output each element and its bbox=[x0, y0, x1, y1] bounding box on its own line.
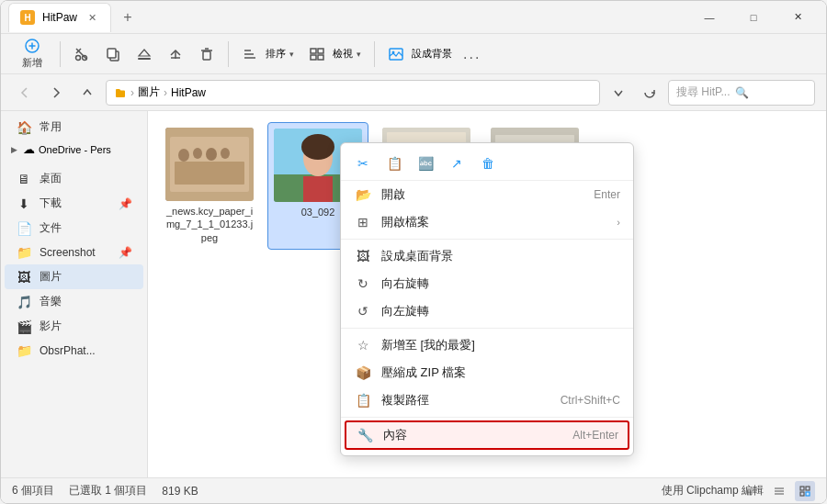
sidebar-item-desktop[interactable]: 🖥 桌面 bbox=[5, 166, 143, 191]
minimize-button[interactable]: — bbox=[688, 3, 731, 32]
status-bar: 6 個項目 已選取 1 個項目 819 KB 使用 Clipchamp 編輯 bbox=[1, 477, 826, 503]
sort-button[interactable]: 排序 ▾ bbox=[236, 40, 300, 68]
ctx-set-wallpaper[interactable]: 🖼 設成桌面背景 bbox=[341, 242, 633, 270]
ctx-open-with-icon: ⊞ bbox=[354, 215, 372, 230]
share-button[interactable] bbox=[162, 40, 189, 68]
toolbar-divider-1 bbox=[60, 41, 61, 67]
ctx-rename-button[interactable]: 🔤 bbox=[413, 151, 438, 176]
forward-button[interactable] bbox=[43, 80, 69, 106]
music-icon: 🎵 bbox=[16, 295, 32, 309]
active-tab[interactable]: H HitPaw ✕ bbox=[8, 3, 111, 32]
svg-point-25 bbox=[178, 149, 189, 162]
breadcrumb-pictures[interactable]: 圖片 bbox=[138, 84, 160, 100]
file-size: 819 KB bbox=[162, 485, 198, 498]
rename-button[interactable] bbox=[130, 40, 158, 68]
sidebar-videos-label: 影片 bbox=[40, 319, 62, 334]
more-button[interactable]: ... bbox=[458, 40, 486, 68]
old-photo-art bbox=[165, 128, 254, 201]
tab-icon: H bbox=[20, 10, 35, 25]
close-button[interactable]: ✕ bbox=[776, 3, 819, 32]
grid-view-button[interactable] bbox=[795, 481, 815, 501]
sidebar-item-pictures[interactable]: 🖼 圖片 bbox=[5, 264, 143, 289]
view-icon bbox=[309, 46, 325, 62]
svg-rect-57 bbox=[800, 487, 804, 490]
ctx-share-button[interactable]: ↗ bbox=[444, 151, 470, 176]
ctx-rotate-right[interactable]: ↻ 向右旋轉 bbox=[341, 270, 633, 297]
ctx-copy-button[interactable]: 📋 bbox=[381, 151, 407, 176]
toolbar-divider-2 bbox=[228, 41, 229, 67]
ctx-cut-button[interactable]: ✂ bbox=[350, 151, 376, 176]
sidebar-item-music[interactable]: 🎵 音樂 bbox=[5, 289, 143, 314]
delete-button[interactable] bbox=[193, 40, 221, 68]
breadcrumb-hitpaw[interactable]: HitPaw bbox=[171, 86, 206, 99]
search-box[interactable]: 搜尋 HitP... 🔍 bbox=[668, 80, 815, 106]
context-menu-toolbar: ✂ 📋 🔤 ↗ 🗑 bbox=[341, 147, 633, 181]
sidebar-expand-onedrive: ▶ bbox=[8, 144, 19, 155]
sidebar-onedrive-label: OneDrive - Pers bbox=[39, 144, 111, 155]
wallpaper-button[interactable]: 設成背景 bbox=[382, 40, 454, 68]
sidebar-screenshot-label: Screenshot bbox=[40, 246, 96, 259]
list-view-icon bbox=[773, 485, 786, 498]
ctx-add-favorite[interactable]: ☆ 新增至 [我的最愛] bbox=[341, 331, 633, 359]
new-button[interactable]: 新增 bbox=[12, 34, 52, 73]
back-button[interactable] bbox=[12, 80, 38, 106]
file-name-1: _news.kcy_paper_img_7_1_1_01233.jpeg bbox=[164, 205, 255, 244]
file-thumb-1 bbox=[165, 128, 254, 201]
ctx-properties[interactable]: 🔧 內容 Alt+Enter bbox=[345, 420, 629, 450]
ctx-rotate-left[interactable]: ↺ 向左旋轉 bbox=[341, 297, 633, 325]
ctx-properties-icon: 🔧 bbox=[356, 428, 374, 442]
sidebar-onedrive-section[interactable]: ▶ ☁ OneDrive - Pers bbox=[1, 140, 147, 159]
copy-button[interactable] bbox=[99, 40, 127, 68]
context-menu: ✂ 📋 🔤 ↗ 🗑 📂 開啟 Enter ⊞ 開啟檔案 › 🖼 設成桌面背景 ↻… bbox=[340, 142, 634, 456]
maximize-button[interactable]: □ bbox=[732, 3, 775, 32]
svg-rect-18 bbox=[318, 49, 323, 53]
extra-action: 使用 Clipchamp 編輯 bbox=[662, 483, 764, 498]
view-arrow: ▾ bbox=[355, 50, 363, 59]
items-count: 6 個項目 bbox=[12, 483, 54, 498]
ctx-delete-button[interactable]: 🗑 bbox=[475, 151, 501, 176]
file-name-2: 03_092 bbox=[301, 206, 335, 218]
file-item-1[interactable]: _news.kcy_paper_img_7_1_1_01233.jpeg bbox=[159, 122, 260, 250]
dropdown-button[interactable] bbox=[606, 80, 631, 106]
svg-rect-58 bbox=[806, 487, 810, 490]
title-bar: H HitPaw ✕ + — □ ✕ bbox=[1, 1, 826, 34]
ctx-wallpaper-icon: 🖼 bbox=[354, 249, 372, 263]
cut-icon bbox=[74, 46, 90, 62]
ctx-favorite-label: 新增至 [我的最愛] bbox=[381, 337, 620, 353]
ctx-properties-shortcut: Alt+Enter bbox=[572, 429, 618, 442]
status-bar-right: 使用 Clipchamp 編輯 bbox=[662, 481, 815, 501]
svg-rect-59 bbox=[800, 492, 804, 496]
breadcrumb[interactable]: › 圖片 › HitPaw bbox=[106, 80, 600, 106]
new-tab-button[interactable]: + bbox=[115, 5, 141, 30]
ctx-copy-path-icon: 📋 bbox=[354, 393, 372, 408]
breadcrumb-separator-1: › bbox=[130, 86, 134, 99]
ctx-open-with[interactable]: ⊞ 開啟檔案 › bbox=[341, 208, 633, 236]
ctx-open[interactable]: 📂 開啟 Enter bbox=[341, 181, 633, 208]
refresh-button[interactable] bbox=[637, 80, 663, 106]
ctx-copy-path-shortcut: Ctrl+Shift+C bbox=[561, 394, 620, 407]
sidebar-item-videos[interactable]: 🎬 影片 bbox=[5, 314, 143, 339]
sidebar-item-obsrphat[interactable]: 📁 ObsrPhat... bbox=[5, 339, 143, 363]
sidebar-pictures-label: 圖片 bbox=[40, 269, 62, 285]
svg-point-26 bbox=[193, 148, 202, 159]
svg-rect-34 bbox=[303, 176, 333, 202]
grid-view-icon bbox=[799, 485, 811, 498]
ctx-compress[interactable]: 📦 壓縮成 ZIP 檔案 bbox=[341, 359, 633, 386]
ctx-rotate-left-label: 向左旋轉 bbox=[381, 303, 620, 319]
list-view-button[interactable] bbox=[769, 481, 789, 501]
ctx-copy-path[interactable]: 📋 複製路徑 Ctrl+Shift+C bbox=[341, 386, 633, 414]
sidebar-item-downloads[interactable]: ⬇ 下載 📌 bbox=[5, 191, 143, 216]
pin-icon-2: 📌 bbox=[119, 246, 132, 259]
view-button[interactable]: 檢視 ▾ bbox=[303, 40, 367, 68]
svg-rect-20 bbox=[318, 55, 323, 60]
cut-button[interactable] bbox=[68, 40, 96, 68]
tab-close-button[interactable]: ✕ bbox=[85, 10, 99, 25]
new-label: 新增 bbox=[22, 56, 42, 70]
sidebar-item-home[interactable]: 🏠 常用 bbox=[5, 115, 143, 140]
rename-icon bbox=[136, 46, 153, 62]
sidebar-documents-label: 文件 bbox=[40, 220, 62, 236]
up-button[interactable] bbox=[74, 80, 100, 106]
sidebar-item-documents[interactable]: 📄 文件 bbox=[5, 216, 143, 241]
sort-icon bbox=[242, 46, 258, 62]
sidebar-item-screenshot[interactable]: 📁 Screenshot 📌 bbox=[5, 241, 143, 264]
